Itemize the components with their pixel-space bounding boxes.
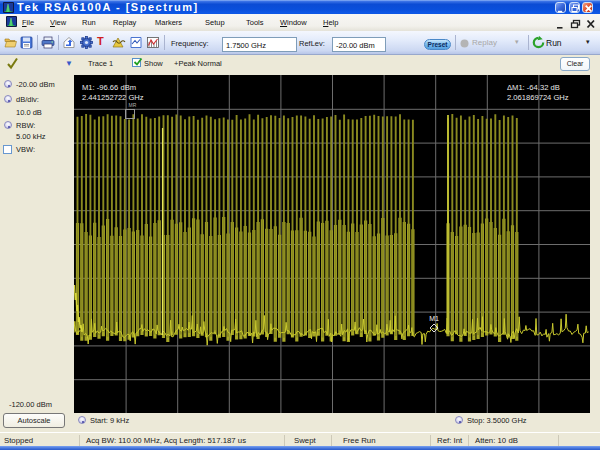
svg-text:MR: MR <box>129 102 137 108</box>
svg-text:ΔM1: -64.32 dB: ΔM1: -64.32 dB <box>507 83 560 92</box>
svg-text:M1: M1 <box>429 315 439 322</box>
svg-text:2.061869724 GHz: 2.061869724 GHz <box>507 93 569 102</box>
svg-text:M1: -96.66 dBm: M1: -96.66 dBm <box>82 83 136 92</box>
svg-text:2.441252722 GHz: 2.441252722 GHz <box>82 93 144 102</box>
